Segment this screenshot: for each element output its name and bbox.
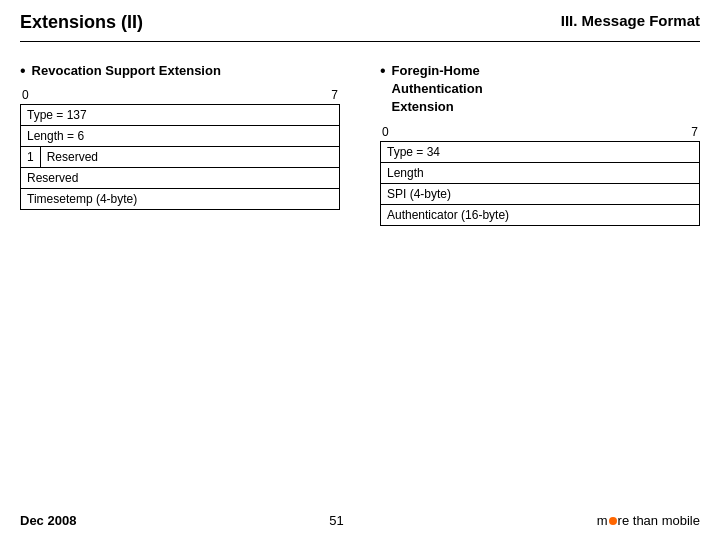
footer-brand: mre than mobile bbox=[597, 513, 700, 528]
right-spi-cell: SPI (4-byte) bbox=[381, 183, 700, 204]
table-row: Reserved bbox=[21, 168, 340, 189]
left-range-end: 7 bbox=[331, 88, 338, 102]
right-section: • Foregin-Home Authentication Extension … bbox=[380, 62, 700, 226]
right-bullet: • bbox=[380, 62, 386, 80]
table-row: Timesetemp (4-byte) bbox=[21, 189, 340, 210]
length-cell: Length = 6 bbox=[21, 126, 340, 147]
brand-dot bbox=[609, 517, 617, 525]
right-auth-cell: Authenticator (16-byte) bbox=[381, 204, 700, 225]
timestamp-cell: Timesetemp (4-byte) bbox=[21, 189, 340, 210]
section-label: III. Message Format bbox=[561, 12, 700, 29]
table-row: Authenticator (16-byte) bbox=[381, 204, 700, 225]
right-heading: Foregin-Home Authentication Extension bbox=[392, 62, 483, 117]
reserved-cell-2: Reserved bbox=[21, 168, 340, 189]
right-type-cell: Type = 34 bbox=[381, 141, 700, 162]
table-row: Length bbox=[381, 162, 700, 183]
table-row: Length = 6 bbox=[21, 126, 340, 147]
type-cell: Type = 137 bbox=[21, 105, 340, 126]
left-section: • Revocation Support Extension 0 7 Type … bbox=[20, 62, 340, 226]
small-cell: 1 bbox=[21, 147, 41, 168]
right-length-cell: Length bbox=[381, 162, 700, 183]
footer-page: 51 bbox=[329, 513, 343, 528]
right-range-labels: 0 7 bbox=[380, 125, 700, 139]
footer: Dec 2008 51 mre than mobile bbox=[20, 513, 700, 528]
table-row: 1 Reserved bbox=[21, 147, 340, 168]
right-range-end: 7 bbox=[691, 125, 698, 139]
left-range-labels: 0 7 bbox=[20, 88, 340, 102]
reserved-cell-1: Reserved bbox=[40, 147, 339, 168]
right-range-start: 0 bbox=[382, 125, 389, 139]
left-range-start: 0 bbox=[22, 88, 29, 102]
table-row: SPI (4-byte) bbox=[381, 183, 700, 204]
left-table: Type = 137 Length = 6 1 Reserved Reserve… bbox=[20, 104, 340, 210]
table-row: Type = 34 bbox=[381, 141, 700, 162]
table-row: Type = 137 bbox=[21, 105, 340, 126]
left-bullet: • bbox=[20, 62, 26, 80]
footer-date: Dec 2008 bbox=[20, 513, 76, 528]
right-table: Type = 34 Length SPI (4-byte) Authentica… bbox=[380, 141, 700, 226]
left-heading: Revocation Support Extension bbox=[32, 62, 221, 80]
